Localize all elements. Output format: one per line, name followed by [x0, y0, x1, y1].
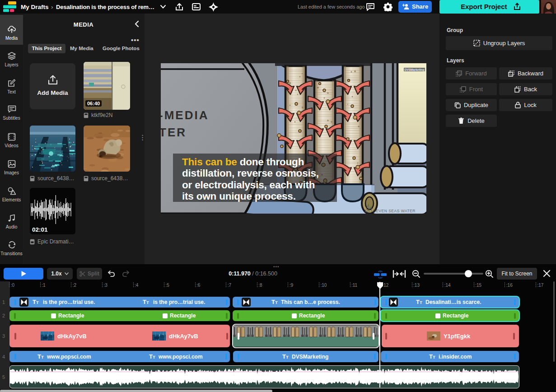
svg-text:SEVEN SEAS WATER: SEVEN SEAS WATER [373, 209, 416, 213]
svg-text:TER: TER [161, 126, 187, 139]
svg-text:-MEDIA: -MEDIA [161, 108, 209, 122]
